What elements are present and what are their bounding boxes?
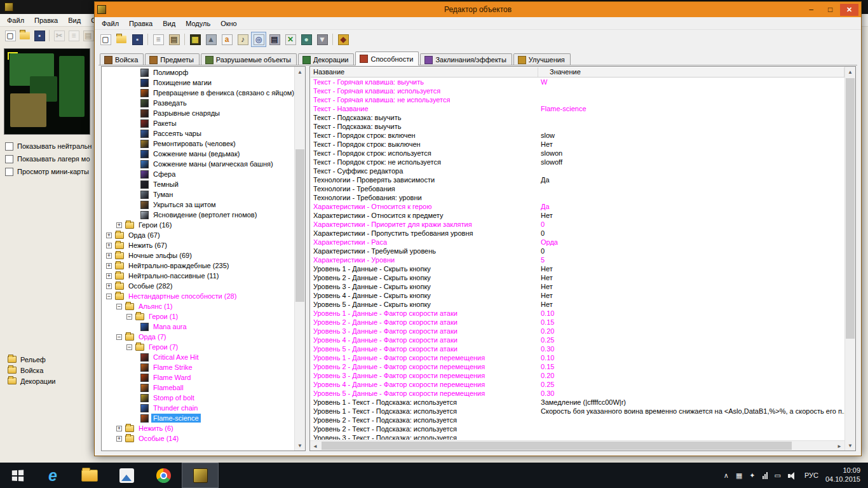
palette-item[interactable]: Рельеф xyxy=(8,354,55,365)
tree-item[interactable]: +Нежить (6) xyxy=(102,423,294,433)
tree-item[interactable]: Сожжение маны (магическая башня) xyxy=(102,159,294,169)
maximize-button[interactable] xyxy=(821,4,839,16)
ai-editor-button[interactable]: ✕ xyxy=(283,32,298,47)
open-button[interactable] xyxy=(114,32,129,47)
collapse-icon[interactable]: − xyxy=(126,314,132,320)
tree-item[interactable]: +Нежить (67) xyxy=(102,240,294,250)
scroll-left-icon[interactable] xyxy=(310,441,320,451)
language-indicator[interactable]: РУС xyxy=(804,471,818,479)
tree-item[interactable]: Mana aura xyxy=(102,322,294,332)
cut-button[interactable]: ✂ xyxy=(52,29,66,43)
scrollbar-thumb[interactable] xyxy=(322,442,792,450)
property-row[interactable]: Текст - Горячая клавиша: используется xyxy=(311,86,844,95)
scroll-down-icon[interactable] xyxy=(295,440,305,451)
menu-item[interactable]: Вид xyxy=(63,15,86,25)
property-row[interactable]: Уровень 3 - Текст - Подсказка: используе… xyxy=(311,433,844,440)
tab-6[interactable]: Заклинания/эффекты xyxy=(420,53,512,65)
expand-icon[interactable]: + xyxy=(106,263,112,269)
tree-item[interactable]: −Герои (7) xyxy=(102,342,294,352)
property-row[interactable]: Характеристики - Уровни5 xyxy=(311,255,844,264)
checkbox[interactable] xyxy=(5,155,13,163)
doodads-button[interactable]: ▲ xyxy=(203,32,219,47)
property-row[interactable]: Уровень 3 - Данные - Фактор скорости пер… xyxy=(311,371,844,380)
tree-item[interactable]: +Нейтрально-пассивные (11) xyxy=(102,271,294,281)
tree-item[interactable]: Critical Axe Hit xyxy=(102,352,294,362)
object-editor-button[interactable]: ◎ xyxy=(251,32,266,47)
property-row[interactable]: Текст - Порядок строк: выключенНет xyxy=(311,140,844,149)
property-row[interactable]: Уровень 2 - Данные - Фактор скорости пер… xyxy=(311,362,844,371)
checkbox[interactable] xyxy=(5,168,13,176)
open-map-button[interactable] xyxy=(18,29,32,43)
paste-button[interactable]: ▤ xyxy=(166,32,182,47)
property-row[interactable]: Уровень 4 - Данные - Скрыть кнопкуНет xyxy=(311,291,844,300)
tree-item[interactable]: +Особые (14) xyxy=(102,433,294,444)
property-row[interactable]: Уровень 5 - Данные - Скрыть кнопкуНет xyxy=(311,300,844,309)
property-row[interactable]: Уровень 3 - Данные - Фактор скорости ата… xyxy=(311,327,844,336)
network-icon[interactable] xyxy=(763,472,768,479)
menu-item[interactable]: Правка xyxy=(29,15,63,25)
hidden-icons-arrow[interactable]: ∧ xyxy=(724,472,729,479)
import-manager-button[interactable]: ▼ xyxy=(315,32,330,47)
menu-item[interactable]: Вид xyxy=(158,18,180,29)
display-icon[interactable]: ▭ xyxy=(775,472,781,479)
tab-4[interactable]: Декорации xyxy=(298,53,354,65)
campaign-editor-button[interactable]: ▤ xyxy=(267,32,282,47)
tree-item[interactable]: +Особые (282) xyxy=(102,281,294,291)
tree-item[interactable]: Ракеты xyxy=(102,118,294,128)
collapse-icon[interactable]: − xyxy=(106,294,112,299)
taskbar-chrome[interactable] xyxy=(145,463,182,488)
tab-5[interactable]: Способности xyxy=(355,51,419,65)
tree-item[interactable]: Flame Ward xyxy=(102,372,294,383)
paste-map-button[interactable]: ▤ xyxy=(81,29,95,43)
property-row[interactable]: Уровень 2 - Данные - Фактор скорости ата… xyxy=(311,318,844,327)
scroll-right-icon[interactable] xyxy=(834,441,844,451)
tray-app-icon-2[interactable]: ✦ xyxy=(749,472,755,479)
property-row[interactable]: Уровень 5 - Данные - Фактор скорости ата… xyxy=(311,344,844,353)
tree-item[interactable]: Превращение в феникса (связано с яйцом) xyxy=(102,88,294,98)
tree-item[interactable]: Stomp of bolt xyxy=(102,393,294,403)
tree-item[interactable]: Разрывные снаряды xyxy=(102,108,294,118)
strings-button[interactable]: a xyxy=(219,32,234,47)
taskbar-world-editor[interactable] xyxy=(182,463,219,488)
property-row[interactable]: Уровень 4 - Данные - Фактор скорости ата… xyxy=(311,336,844,344)
property-row[interactable]: Текст - Подсказка: выучить xyxy=(311,122,844,131)
table-vertical-scrollbar[interactable] xyxy=(844,67,855,451)
tree-item[interactable]: Укрыться за щитом xyxy=(102,200,294,210)
start-button[interactable] xyxy=(0,463,34,488)
tree-item[interactable]: −Нестандартные способности (28) xyxy=(102,291,294,301)
menu-item[interactable]: Правка xyxy=(124,18,158,29)
property-row[interactable]: Уровень 2 - Текст - Подсказка: используе… xyxy=(311,424,844,433)
expand-icon[interactable]: + xyxy=(116,426,122,431)
clock[interactable]: 10:09 04.10.2015 xyxy=(825,466,860,484)
minimap[interactable] xyxy=(4,48,90,135)
property-row[interactable]: Уровень 1 - Данные - Скрыть кнопкуНет xyxy=(311,264,844,273)
property-row[interactable]: Текст - Порядок строк: включенslow xyxy=(311,131,844,140)
tree-item[interactable]: Темный xyxy=(102,179,294,189)
property-row[interactable]: Текст - Подсказка: выучить xyxy=(311,113,844,122)
property-row[interactable]: Характеристики - Относится к героюДа xyxy=(311,202,844,211)
taskbar-internet-explorer[interactable]: e xyxy=(34,463,71,488)
property-row[interactable]: Уровень 5 - Данные - Фактор скорости пер… xyxy=(311,389,844,398)
property-row[interactable]: Уровень 1 - Данные - Фактор скорости ата… xyxy=(311,309,844,318)
property-row[interactable]: Текст - НазваниеFlame-science xyxy=(311,104,844,113)
object-manager-button[interactable]: ● xyxy=(299,32,314,47)
expand-icon[interactable]: + xyxy=(106,233,112,238)
expand-icon[interactable]: + xyxy=(106,253,112,259)
tree-item[interactable]: Сожжение маны (ведьмак) xyxy=(102,149,294,159)
tree-item[interactable]: Flameball xyxy=(102,383,294,393)
property-row[interactable]: Уровень 1 - Данные - Фактор скорости пер… xyxy=(311,353,844,362)
scrollbar-thumb[interactable] xyxy=(846,78,855,339)
property-row[interactable]: Технологии - Проверять зависимостиДа xyxy=(311,175,844,184)
terrain-editor-button[interactable]: ▦ xyxy=(187,32,203,47)
save-map-button[interactable]: ▪ xyxy=(32,29,46,43)
property-row[interactable]: Уровень 1 - Текст - Подсказка: используе… xyxy=(311,398,844,407)
object-editor-titlebar[interactable]: Редактор объектов xyxy=(95,2,861,17)
minimize-button[interactable] xyxy=(802,4,820,16)
property-row[interactable]: Текст - Суффикс редактора xyxy=(311,166,844,175)
save-button[interactable]: ▪ xyxy=(130,32,145,47)
collapse-icon[interactable]: − xyxy=(116,304,122,309)
tree-item[interactable]: +Орда (67) xyxy=(102,230,294,240)
expand-icon[interactable]: + xyxy=(116,222,122,228)
copy-button[interactable]: ≡ xyxy=(151,32,166,47)
expand-icon[interactable]: + xyxy=(116,436,122,442)
